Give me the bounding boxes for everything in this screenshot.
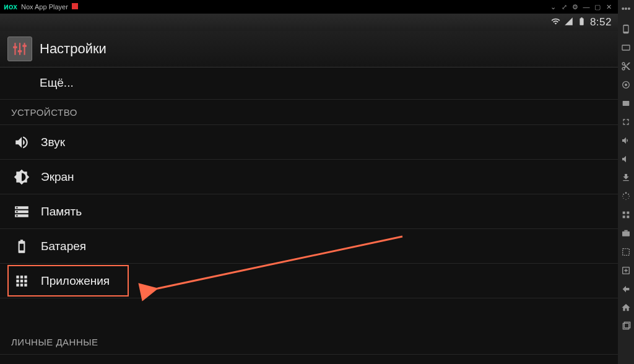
sidebar-location-icon[interactable] bbox=[620, 79, 632, 90]
item-label: Экран bbox=[41, 170, 74, 184]
sidebar-camera-icon[interactable] bbox=[620, 228, 632, 239]
svg-rect-3 bbox=[13, 46, 17, 48]
svg-point-9 bbox=[625, 84, 627, 86]
item-apps[interactable]: Приложения bbox=[0, 264, 618, 298]
svg-rect-2 bbox=[24, 43, 25, 55]
signal-icon bbox=[564, 17, 573, 28]
svg-point-11 bbox=[625, 192, 627, 194]
item-storage[interactable]: Память bbox=[0, 194, 618, 229]
settings-header: Настройки bbox=[0, 31, 618, 67]
sound-icon bbox=[14, 134, 30, 150]
svg-point-18 bbox=[623, 194, 624, 195]
item-label: Звук bbox=[41, 136, 65, 149]
sidebar-loading-icon[interactable] bbox=[620, 191, 632, 202]
settings-list: Ещё... УСТРОЙСТВО Звук Экран Память Бата… bbox=[0, 67, 618, 364]
svg-rect-1 bbox=[19, 43, 20, 55]
svg-rect-25 bbox=[623, 249, 630, 256]
android-screen: 8:52 Настройки Ещё... УСТРОЙСТВО Звук Эк… bbox=[0, 14, 618, 364]
sidebar-back-icon[interactable] bbox=[620, 284, 632, 295]
svg-point-12 bbox=[628, 194, 629, 195]
dropdown-button[interactable]: ⌄ bbox=[547, 3, 558, 11]
sidebar-fullscreen-icon[interactable] bbox=[620, 116, 632, 128]
battery-icon bbox=[577, 17, 586, 28]
svg-rect-0 bbox=[14, 43, 15, 55]
svg-point-15 bbox=[625, 199, 626, 200]
battery-setting-icon bbox=[14, 238, 30, 254]
apps-icon bbox=[14, 273, 30, 289]
svg-rect-19 bbox=[623, 212, 625, 214]
window-title: Nox App Player bbox=[21, 3, 547, 11]
svg-rect-4 bbox=[18, 50, 22, 52]
sidebar-grid-icon[interactable] bbox=[620, 209, 632, 220]
titlebar: ᴎox Nox App Player ⌄ ⤢ ⚙ — ▢ ✕ bbox=[0, 0, 618, 14]
item-display[interactable]: Экран bbox=[0, 160, 618, 194]
wifi-icon bbox=[551, 17, 560, 28]
item-sound[interactable]: Звук bbox=[0, 125, 618, 160]
sidebar-home-icon[interactable] bbox=[620, 302, 632, 313]
nox-window: ᴎox Nox App Player ⌄ ⤢ ⚙ — ▢ ✕ 8:52 Наст… bbox=[0, 0, 618, 364]
nox-logo: ᴎox bbox=[4, 2, 17, 11]
svg-rect-22 bbox=[627, 215, 629, 218]
settings-app-icon bbox=[7, 37, 32, 61]
close-button[interactable]: ✕ bbox=[603, 3, 614, 11]
settings-button[interactable]: ⚙ bbox=[570, 3, 581, 11]
red-indicator-icon bbox=[72, 3, 78, 9]
status-bar: 8:52 bbox=[0, 14, 618, 31]
display-icon bbox=[14, 169, 30, 185]
sidebar-more-icon[interactable]: ••• bbox=[622, 4, 631, 16]
svg-point-16 bbox=[623, 198, 623, 199]
svg-rect-10 bbox=[623, 101, 630, 106]
svg-rect-5 bbox=[22, 45, 27, 47]
nox-sidebar: ••• bbox=[618, 0, 634, 364]
item-label: Память bbox=[41, 205, 82, 219]
category-personal: ЛИЧНЫЕ ДАННЫЕ bbox=[0, 329, 618, 355]
restore-button[interactable]: ⤢ bbox=[558, 3, 570, 11]
sidebar-folder-icon[interactable] bbox=[620, 98, 632, 109]
sidebar-screenshot-icon[interactable] bbox=[620, 246, 632, 258]
storage-icon bbox=[14, 204, 30, 220]
item-battery[interactable]: Батарея bbox=[0, 229, 618, 264]
sidebar-volume-down-icon[interactable] bbox=[620, 154, 632, 165]
sidebar-add-icon[interactable] bbox=[620, 265, 632, 276]
svg-rect-7 bbox=[622, 45, 630, 50]
sidebar-rotate-icon[interactable] bbox=[620, 24, 632, 35]
svg-point-13 bbox=[629, 196, 630, 197]
svg-point-17 bbox=[622, 196, 623, 196]
minimize-button[interactable]: — bbox=[581, 3, 592, 11]
sidebar-recent-icon[interactable] bbox=[620, 321, 632, 332]
settings-title: Настройки bbox=[40, 41, 106, 57]
sidebar-scissors-icon[interactable] bbox=[620, 61, 632, 72]
item-label: Приложения bbox=[41, 274, 110, 288]
sidebar-upload-icon[interactable] bbox=[620, 172, 632, 183]
item-label: Батарея bbox=[41, 240, 86, 253]
maximize-button[interactable]: ▢ bbox=[592, 3, 603, 11]
sidebar-volume-up-icon[interactable] bbox=[620, 135, 632, 146]
sidebar-keyboard-icon[interactable] bbox=[620, 42, 632, 53]
category-device: УСТРОЙСТВО bbox=[0, 100, 618, 125]
item-more[interactable]: Ещё... bbox=[0, 67, 618, 100]
svg-point-14 bbox=[628, 198, 628, 199]
svg-rect-23 bbox=[622, 232, 630, 236]
svg-rect-21 bbox=[623, 215, 625, 218]
svg-rect-20 bbox=[627, 212, 629, 214]
svg-rect-24 bbox=[624, 230, 627, 232]
clock: 8:52 bbox=[590, 16, 612, 28]
